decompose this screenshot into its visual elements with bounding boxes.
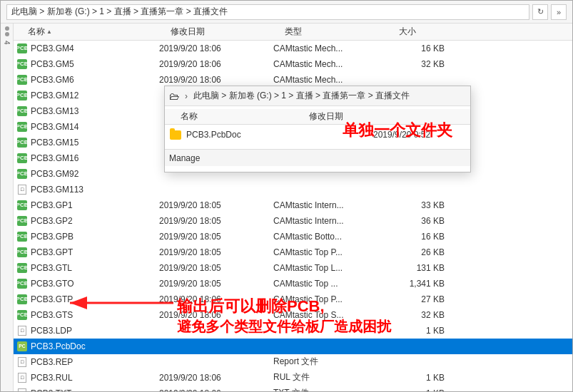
table-row[interactable]: PCB PCB3.GTO 2019/9/20 18:05 CAMtastic T… <box>14 276 572 292</box>
file-name: PCB3.GM12 <box>31 91 159 100</box>
file-name: PCB3.RUL <box>31 373 159 383</box>
file-icon: PCB <box>16 215 28 227</box>
file-name: PCB3.GPT <box>31 247 159 257</box>
table-row[interactable]: PCB PCB3.GTL 2019/9/20 18:05 CAMtastic T… <box>14 260 572 276</box>
file-name: PCB3.LDP <box>31 326 159 336</box>
file-icon: PCB <box>16 278 28 289</box>
pcb-icon: PCB <box>17 153 27 163</box>
file-date: 2019/9/20 18:06 <box>159 43 273 53</box>
file-size: 1 KB <box>387 388 445 392</box>
annotation-delete-pcb: 输出后可以删除PCB, <box>177 296 325 317</box>
file-type: Report 文件 <box>273 356 387 368</box>
file-name: PCB3.GP2 <box>31 216 159 226</box>
file-name: PCB3.GPB <box>31 232 159 242</box>
pcb-icon: PCB <box>17 122 27 132</box>
file-date: 2019/9/20 18:06 <box>159 75 273 85</box>
col-header-name[interactable]: 名称 ▲ <box>28 26 171 38</box>
nav-button[interactable]: » <box>551 4 567 20</box>
table-row[interactable]: PCB PCB3.GP2 2019/9/20 18:05 CAMtastic I… <box>14 213 572 229</box>
pcb-icon: PCB <box>17 232 27 242</box>
doc-icon: □ <box>18 326 26 336</box>
file-date: 2019/9/20 18:06 <box>159 59 273 69</box>
file-icon: PCB <box>16 294 28 305</box>
pcb-icon: PCB <box>17 247 27 257</box>
file-icon: PCB <box>16 137 28 148</box>
address-bar: 此电脑 > 新加卷 (G:) > 1 > 直播 > 直播第一章 > 直播文件 ↻… <box>1 1 572 24</box>
file-name: PCB3.GM14 <box>31 122 159 132</box>
file-name: PCB3.GTS <box>31 310 159 320</box>
file-icon: PCB <box>16 200 28 211</box>
file-name: PCB3.GM13 <box>31 106 159 116</box>
doc-icon: □ <box>18 388 26 392</box>
doc-icon: □ <box>18 185 26 195</box>
refresh-button[interactable]: ↻ <box>532 4 548 20</box>
table-row[interactable]: □ PCB3.GM113 <box>14 182 572 197</box>
pcb-icon: PCB <box>17 216 27 226</box>
table-row[interactable]: PCB PCB3.GP1 2019/9/20 18:05 CAMtastic I… <box>14 197 572 213</box>
pcb-icon: PCB <box>17 310 27 320</box>
table-row[interactable]: PCB PCB3.GPB 2019/9/20 18:05 CAMtastic B… <box>14 229 572 244</box>
pcb-icon: PCB <box>17 200 27 210</box>
file-size: 33 KB <box>387 200 445 210</box>
file-icon: □ <box>16 356 28 368</box>
table-row[interactable]: □ PCB3.RUL 2019/9/20 18:06 RUL 文件 1 KB <box>14 370 572 386</box>
file-size: 26 KB <box>387 247 445 257</box>
col-header-date[interactable]: 修改日期 <box>171 26 285 38</box>
table-row[interactable]: PCB PCB3.GM4 2019/9/20 18:06 CAMtastic M… <box>14 41 572 56</box>
file-name: PCB3.PcbDoc <box>31 341 159 351</box>
pcb-icon: PCB <box>17 91 27 100</box>
file-icon: PCB <box>16 43 28 54</box>
file-type: CAMtastic Mech... <box>273 59 387 69</box>
pcb-icon: PCB <box>17 263 27 273</box>
file-size: 16 KB <box>387 43 445 53</box>
doc-icon: □ <box>18 357 26 367</box>
annotation-single-folder: 单独一个文件夹 <box>343 120 452 141</box>
table-row[interactable]: PCB PCB3.GPT 2019/9/20 18:05 CAMtastic T… <box>14 244 572 260</box>
file-icon: □ <box>16 388 28 392</box>
pcb-icon: PCB <box>17 169 27 179</box>
file-icon: PC <box>16 341 28 352</box>
file-name: PCB3.GTL <box>31 263 159 273</box>
file-type: CAMtastic Intern... <box>273 200 387 210</box>
doc-icon: □ <box>18 373 26 383</box>
file-size: 1 KB <box>387 373 445 383</box>
file-name: PCB3.GM92 <box>31 169 159 179</box>
file-type: CAMtastic Top ... <box>273 279 387 289</box>
path-text: 此电脑 > 新加卷 (G:) > 1 > 直播 > 直播第一章 > 直播文件 <box>11 6 228 18</box>
file-name: PCB3.GM6 <box>31 75 159 85</box>
file-type: CAMtastic Mech... <box>273 75 387 85</box>
file-type: CAMtastic Mech... <box>273 43 387 53</box>
file-size: 131 KB <box>387 263 445 273</box>
file-type: CAMtastic Intern... <box>273 216 387 226</box>
file-date: 2019/9/20 18:05 <box>159 232 273 242</box>
file-size: 1 KB <box>387 326 445 336</box>
file-name: PCB3.REP <box>31 357 159 367</box>
sort-icon: ▲ <box>46 29 52 35</box>
file-icon: PCB <box>16 309 28 321</box>
file-date: 2019/9/20 18:06 <box>159 373 273 383</box>
sidebar-indicator <box>5 26 9 31</box>
table-row[interactable]: PCB PCB3.GM5 2019/9/20 18:06 CAMtastic M… <box>14 56 572 72</box>
file-name: PCB3.GM15 <box>31 138 159 148</box>
table-row[interactable]: □ PCB3.REP Report 文件 <box>14 354 572 370</box>
file-name: PCB3.GM5 <box>31 59 159 69</box>
pcbdoc-icon: PC <box>17 341 27 351</box>
file-icon: PCB <box>16 74 28 86</box>
file-name: PCB3.TXT <box>31 388 159 392</box>
table-row[interactable]: □ PCB3.TXT 2019/9/20 18:06 TXT 文件 1 KB <box>14 386 572 391</box>
file-date: 2019/9/20 18:05 <box>159 247 273 257</box>
popup-col-header-name[interactable]: 名称 <box>181 110 309 123</box>
pcb-icon: PCB <box>17 75 27 85</box>
file-name: PCB3.GTO <box>31 279 159 289</box>
file-icon: PCB <box>16 247 28 258</box>
table-row[interactable]: PC PCB3.PcbDoc <box>14 339 572 354</box>
file-date: 2019/9/20 18:05 <box>159 279 273 289</box>
file-icon: PCB <box>16 262 28 274</box>
col-header-type[interactable]: 类型 <box>285 26 399 38</box>
popup-address-bar: 🗁 › 此电脑 > 新加卷 (G:) > 1 > 直播 > 直播第一章 > 直播… <box>165 86 470 106</box>
file-size: 27 KB <box>387 294 445 304</box>
file-name: PCB3.GTP <box>31 294 159 304</box>
manage-label[interactable]: Manage <box>169 153 200 163</box>
col-header-size[interactable]: 大小 <box>399 26 456 38</box>
file-type: CAMtastic Top P... <box>273 247 387 257</box>
